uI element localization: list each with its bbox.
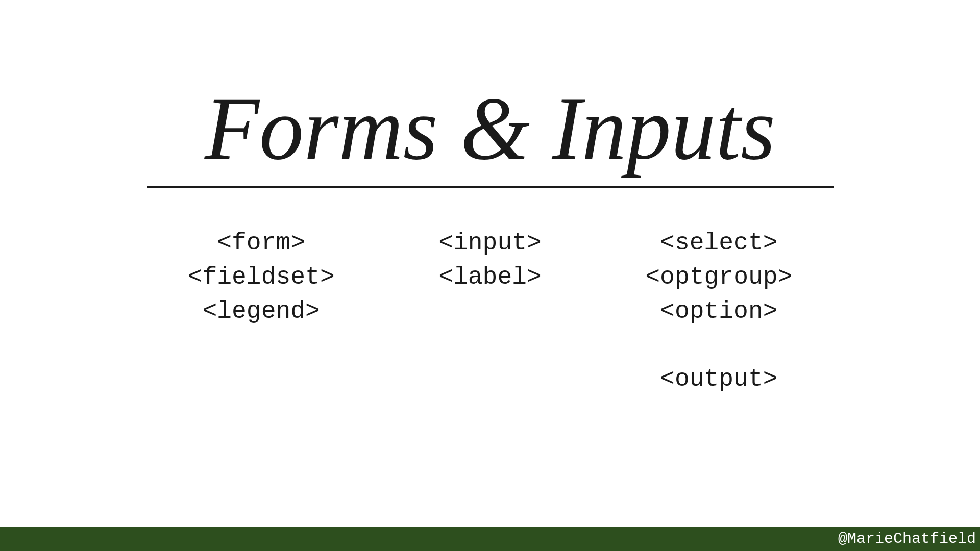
tag-input: <input> [438,226,542,260]
title-divider [147,186,834,188]
tag-option: <option> [660,294,777,329]
tag-optgroup: <optgroup> [645,260,792,294]
tag-select: <select> [660,226,777,260]
tag-legend: <legend> [202,294,320,329]
column-input-label: <input> <label> [376,226,604,396]
tag-form: <form> [217,226,305,260]
tag-fieldset: <fieldset> [188,260,335,294]
column-select-output: <select> <optgroup> <option> <output> [604,226,833,396]
slide-content: Forms & Inputs <form> <fieldset> <legend… [0,0,980,396]
tag-columns: <form> <fieldset> <legend> <input> <labe… [147,226,834,396]
author-handle: @MarieChatfield [838,530,976,547]
tag-output: <output> [660,362,777,396]
tag-label: <label> [438,260,542,294]
footer-bar: @MarieChatfield [0,527,980,551]
slide-title: Forms & Inputs [205,84,775,173]
column-form-structure: <form> <fieldset> <legend> [147,226,376,396]
